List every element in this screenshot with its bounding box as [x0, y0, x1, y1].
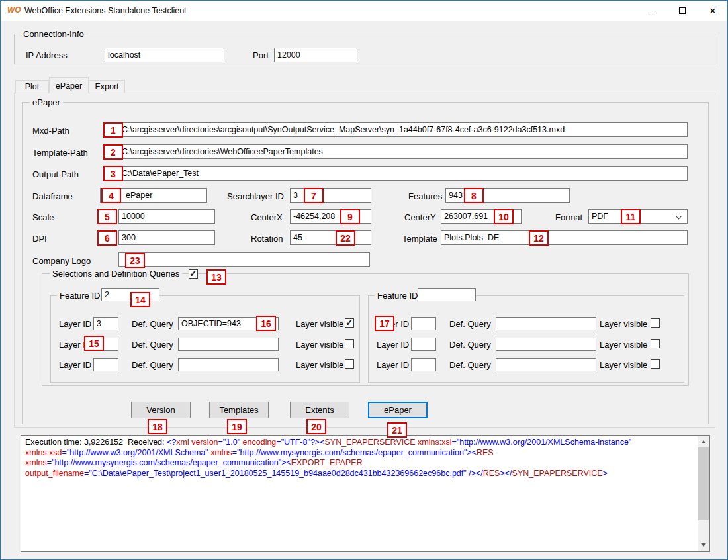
- log-segment: RES: [483, 469, 500, 478]
- templates-button[interactable]: Templates: [209, 402, 269, 418]
- def-query-label: Def. Query: [132, 319, 173, 329]
- searchlayer-id-input[interactable]: [290, 188, 371, 203]
- log-segment: SYN_EPAPERSERVICE: [512, 469, 603, 478]
- layer-visible-checkbox[interactable]: [345, 339, 354, 348]
- tab-plot[interactable]: Plot: [15, 80, 49, 93]
- layer-visible-checkbox[interactable]: [651, 318, 660, 328]
- feature-id-label-left: Feature ID: [57, 291, 103, 301]
- layer-visible-checkbox[interactable]: [345, 318, 354, 328]
- features-label: Features: [408, 191, 442, 201]
- dpi-input[interactable]: [118, 230, 215, 245]
- layer-visible-label: Layer visible: [296, 340, 343, 350]
- output-path-label: Output-Path: [32, 169, 79, 179]
- layer-visible-label: Layer visible: [600, 360, 647, 370]
- centerx-input[interactable]: [290, 209, 371, 224]
- port-input[interactable]: [274, 48, 357, 62]
- dpi-label: DPI: [32, 234, 47, 244]
- layer-id-label: Layer ID: [59, 360, 91, 370]
- def-query-input[interactable]: [496, 338, 596, 351]
- log-segment: RES: [477, 448, 494, 457]
- connection-info-legend: Connection-Info: [21, 29, 87, 39]
- def-query-input[interactable]: [178, 358, 279, 371]
- log-segment: xmlns:xsi: [418, 438, 451, 447]
- log-segment: ="http://www.mysynergis.com/schemas/epap…: [47, 458, 291, 467]
- version-button[interactable]: Version: [131, 402, 191, 418]
- features-input[interactable]: [445, 188, 570, 203]
- scale-label: Scale: [32, 212, 54, 222]
- rotation-input[interactable]: [290, 230, 371, 245]
- format-selected-value: PDF: [592, 212, 608, 221]
- log-segment: >: [603, 469, 608, 478]
- layer-id-input[interactable]: [411, 317, 436, 330]
- layer-id-label: Layer ID: [377, 319, 409, 329]
- feature-id-input-left[interactable]: [101, 288, 159, 301]
- selections-enabled-checkbox[interactable]: [189, 269, 198, 279]
- layer-id-input[interactable]: [411, 358, 436, 371]
- layer-id-label: Layer ID: [59, 340, 91, 350]
- tab-epaper[interactable]: ePaper: [49, 77, 89, 93]
- mxd-path-label: Mxd-Path: [32, 126, 69, 136]
- format-dropdown[interactable]: PDF: [588, 209, 688, 224]
- layer-visible-checkbox[interactable]: [651, 339, 660, 348]
- close-icon: ✕: [709, 6, 717, 16]
- scrollbar-up-button[interactable]: [698, 436, 709, 447]
- scrollbar-thumb[interactable]: [698, 447, 709, 520]
- scroll-down-icon: [701, 543, 706, 547]
- def-query-input[interactable]: [496, 358, 596, 371]
- log-segment: output_filename: [25, 469, 84, 478]
- epaper-button-label: ePaper: [384, 405, 412, 415]
- epaper-legend: ePaper: [30, 97, 63, 107]
- dataframe-input[interactable]: [100, 188, 207, 203]
- maximize-button[interactable]: [667, 1, 698, 21]
- mxd-path-input[interactable]: [118, 122, 688, 137]
- layer-visible-checkbox[interactable]: [651, 359, 660, 369]
- company-logo-label: Company Logo: [32, 256, 91, 266]
- ip-address-input[interactable]: [105, 48, 224, 62]
- close-button[interactable]: ✕: [698, 1, 728, 21]
- feature-id-input-right[interactable]: [418, 288, 476, 301]
- template-path-label: Template-Path: [32, 148, 88, 158]
- company-logo-input[interactable]: [118, 252, 370, 267]
- layer-visible-label: Layer visible: [600, 340, 647, 350]
- chevron-down-icon: [676, 213, 682, 220]
- extents-button[interactable]: Extents: [290, 402, 349, 418]
- layer-visible-label: Layer visible: [296, 319, 343, 329]
- template-path-input[interactable]: [118, 144, 688, 159]
- def-query-input[interactable]: [178, 317, 279, 330]
- log-output[interactable]: Execution time: 3,9226152 Received: <?xm…: [25, 438, 694, 549]
- version-button-label: Version: [146, 405, 175, 415]
- output-path-input[interactable]: [118, 166, 688, 181]
- log-segment: xmlns: [25, 458, 47, 467]
- format-label: Format: [555, 212, 582, 222]
- layer-id-input[interactable]: [93, 338, 118, 351]
- def-query-input[interactable]: [496, 317, 596, 330]
- def-query-label: Def. Query: [132, 360, 173, 370]
- scrollbar-down-button[interactable]: [698, 539, 709, 551]
- def-query-input[interactable]: [178, 338, 279, 351]
- templates-button-label: Templates: [219, 405, 258, 415]
- layer-id-label: Layer ID: [377, 340, 409, 350]
- layer-id-input[interactable]: [93, 317, 118, 330]
- layer-id-input[interactable]: [411, 338, 436, 351]
- centery-input[interactable]: [441, 209, 522, 224]
- template-input[interactable]: [441, 230, 688, 245]
- layer-id-label: Layer ID: [59, 319, 91, 329]
- log-segment: Execution time: 3,9226152 Received:: [25, 438, 167, 447]
- maximize-icon: [679, 7, 686, 14]
- template-label: Template: [402, 234, 437, 244]
- window-title: WebOffice Extensions Standalone Testclie…: [24, 6, 187, 15]
- titlebar: WO WebOffice Extensions Standalone Testc…: [1, 1, 727, 21]
- log-segment: ="http://www.w3.org/2001/XMLSchema-insta…: [451, 438, 631, 447]
- layer-id-input[interactable]: [93, 358, 118, 371]
- log-scrollbar[interactable]: [698, 436, 709, 551]
- scale-input[interactable]: [118, 209, 215, 224]
- dataframe-label: Dataframe: [32, 191, 73, 201]
- layer-id-label: Layer ID: [377, 360, 409, 370]
- layer-visible-label: Layer visible: [600, 319, 647, 329]
- log-segment: xmlns: [210, 448, 232, 457]
- layer-visible-checkbox[interactable]: [345, 359, 354, 369]
- epaper-button[interactable]: ePaper: [368, 402, 428, 418]
- minimize-button[interactable]: [637, 1, 667, 21]
- tab-export[interactable]: Export: [89, 80, 125, 93]
- rotation-label: Rotation: [251, 234, 283, 244]
